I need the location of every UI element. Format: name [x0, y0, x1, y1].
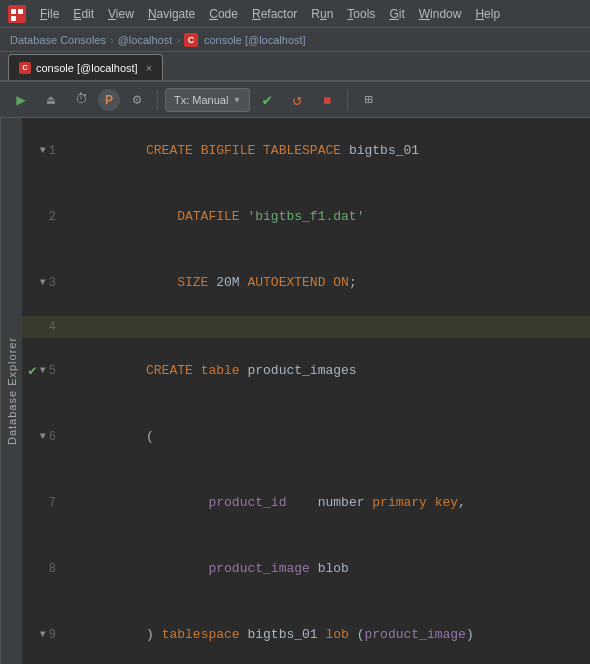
menu-code[interactable]: Code — [203, 5, 244, 23]
console-tab[interactable]: C console [@localhost] × — [8, 54, 163, 80]
app-icon — [8, 5, 26, 23]
line-num-4: 4 — [49, 316, 56, 338]
line-num-1: 1 — [49, 140, 56, 162]
history-button[interactable]: ⏱ — [68, 87, 94, 113]
code-line-3: ▼ 3 SIZE 20M AUTOEXTEND ON; — [22, 250, 590, 316]
line-content-3: SIZE 20M AUTOEXTEND ON; — [64, 250, 590, 316]
fold-icon-9[interactable]: ▼ — [40, 624, 46, 646]
gutter-6: ▼ 6 — [22, 426, 64, 448]
code-editor[interactable]: ▼ 1 CREATE BIGFILE TABLESPACE bigtbs_01 … — [22, 118, 590, 664]
token: 20 — [216, 275, 232, 290]
menu-navigate[interactable]: Navigate — [142, 5, 201, 23]
cancel-button[interactable]: ◼ — [314, 87, 340, 113]
menu-git[interactable]: Git — [383, 5, 410, 23]
code-line-1: ▼ 1 CREATE BIGFILE TABLESPACE bigtbs_01 — [22, 118, 590, 184]
tx-manual-dropdown[interactable]: Tx: Manual ▼ — [165, 88, 250, 112]
gutter-9: ▼ 9 — [22, 624, 64, 646]
toolbar-sep2 — [347, 90, 348, 110]
code-line-6: ▼ 6 ( — [22, 404, 590, 470]
menu-file[interactable]: File — [34, 5, 65, 23]
breadcrumb-sep1: › — [110, 34, 114, 46]
menu-window[interactable]: Window — [413, 5, 468, 23]
line-num-8: 8 — [49, 558, 56, 580]
menu-refactor[interactable]: Refactor — [246, 5, 303, 23]
token: ) — [466, 627, 474, 642]
tx-dropdown-arrow: ▼ — [232, 95, 241, 105]
token: bigtbs_01 — [247, 627, 325, 642]
token: primary — [372, 495, 434, 510]
commit-button[interactable]: ✔ — [254, 87, 280, 113]
toolbar-sep1 — [157, 90, 158, 110]
database-explorer-sidebar[interactable]: Database Explorer — [0, 118, 22, 664]
gutter-4: 4 — [22, 316, 64, 338]
breadcrumb-localhost[interactable]: @localhost — [118, 34, 173, 46]
token: bigtbs_01 — [349, 143, 419, 158]
token: SIZE — [146, 275, 216, 290]
tab-close-button[interactable]: × — [146, 62, 152, 74]
menu-view[interactable]: View — [102, 5, 140, 23]
fold-icon-6[interactable]: ▼ — [40, 426, 46, 448]
token — [146, 561, 208, 576]
line-num-7: 7 — [49, 492, 56, 514]
token: CREATE — [146, 143, 201, 158]
token: ; — [349, 275, 357, 290]
run-button[interactable]: ▶ — [8, 87, 34, 113]
breadcrumb-console-icon: C — [184, 33, 198, 47]
token: lob — [325, 627, 356, 642]
menu-help[interactable]: Help — [469, 5, 506, 23]
sidebar-label: Database Explorer — [6, 337, 18, 445]
token: , — [458, 495, 466, 510]
settings-button[interactable]: ⚙ — [124, 87, 150, 113]
code-line-2: 2 DATAFILE 'bigtbs_f1.dat' — [22, 184, 590, 250]
code-line-5: ✔ ▼ 5 CREATE table product_images — [22, 338, 590, 404]
token: number — [318, 495, 373, 510]
line-content-6: ( — [64, 404, 590, 470]
token: DATAFILE — [146, 209, 247, 224]
tab-bar: C console [@localhost] × — [0, 52, 590, 82]
token: TABLESPACE — [263, 143, 349, 158]
tx-label: Tx: Manual — [174, 94, 228, 106]
svg-rect-0 — [8, 5, 26, 23]
fold-icon-1[interactable]: ▼ — [40, 140, 46, 162]
tab-label: console [@localhost] — [36, 62, 138, 74]
token: ) — [146, 627, 162, 642]
breadcrumb-console[interactable]: console [@localhost] — [204, 34, 306, 46]
fold-icon-5[interactable]: ▼ — [40, 360, 46, 382]
menu-tools[interactable]: Tools — [341, 5, 381, 23]
token: ON — [333, 275, 349, 290]
run-all-button[interactable]: ⏏ — [38, 87, 64, 113]
line-num-5: 5 — [49, 360, 56, 382]
menu-edit[interactable]: Edit — [67, 5, 100, 23]
token: ( — [146, 429, 154, 444]
token: ( — [357, 627, 365, 642]
fold-icon-3[interactable]: ▼ — [40, 272, 46, 294]
line-content-2: DATAFILE 'bigtbs_f1.dat' — [64, 184, 590, 250]
svg-rect-3 — [11, 16, 16, 21]
token: key — [435, 495, 458, 510]
line-num-3: 3 — [49, 272, 56, 294]
token: M — [232, 275, 248, 290]
token — [146, 495, 208, 510]
line-content-5: CREATE table product_images — [64, 338, 590, 404]
line-marker-5: ✔ — [28, 360, 36, 382]
gutter-7: 7 — [22, 492, 64, 514]
line-num-2: 2 — [49, 206, 56, 228]
rollback-button[interactable]: ↺ — [284, 87, 310, 113]
token: CREATE — [146, 363, 201, 378]
line-num-6: 6 — [49, 426, 56, 448]
menu-run[interactable]: Run — [305, 5, 339, 23]
gutter-8: 8 — [22, 558, 64, 580]
token: table — [201, 363, 248, 378]
line-content-8: product_image blob — [64, 536, 590, 602]
code-lines: ▼ 1 CREATE BIGFILE TABLESPACE bigtbs_01 … — [22, 118, 590, 664]
line-content-7: product_id number primary key, — [64, 470, 590, 536]
breadcrumb-db-consoles[interactable]: Database Consoles — [10, 34, 106, 46]
code-line-9: ▼ 9 ) tablespace bigtbs_01 lob (product_… — [22, 602, 590, 664]
svg-rect-1 — [11, 9, 16, 14]
param-button[interactable]: P — [98, 89, 120, 111]
breadcrumb: Database Consoles › @localhost › C conso… — [0, 28, 590, 52]
line-content-9: ) tablespace bigtbs_01 lob (product_imag… — [64, 602, 590, 664]
grid-view-button[interactable]: ⊞ — [355, 87, 381, 113]
editor-container: Database Explorer ▼ 1 CREATE BIGFILE TAB… — [0, 118, 590, 664]
menu-bar: File Edit View Navigate Code Refactor Ru… — [0, 0, 590, 28]
